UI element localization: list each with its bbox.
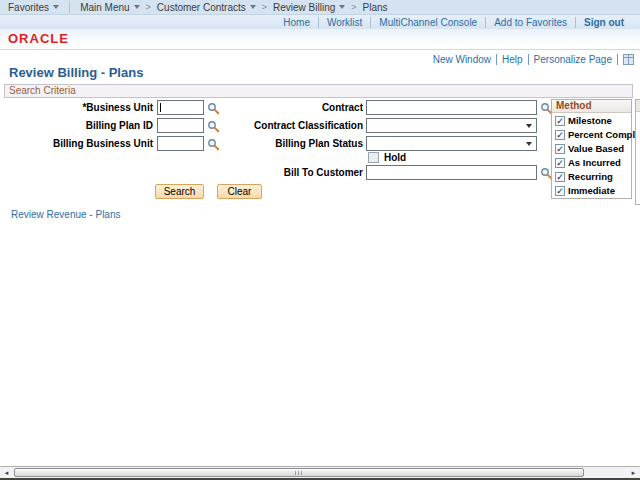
as-incurred-checkbox[interactable]: ✓ <box>555 158 565 168</box>
favorites-menu[interactable]: Favorites <box>8 2 59 13</box>
chevron-down-icon <box>53 5 59 9</box>
dropdown-arrow-icon <box>526 142 532 146</box>
immediate-label: Immediate <box>568 185 615 196</box>
scrollbar-grip-icon <box>295 471 303 475</box>
recurring-checkbox[interactable]: ✓ <box>555 172 565 182</box>
method-groupbox: Method ✓ Milestone ✓ Percent Complete ✓ … <box>551 99 632 199</box>
billing-plan-id-label: Billing Plan ID <box>0 120 153 131</box>
milestone-checkbox[interactable]: ✓ <box>555 116 565 126</box>
milestone-label: Milestone <box>568 115 612 126</box>
contract-label: Contract <box>210 102 363 113</box>
masthead: ORACLE <box>0 29 640 50</box>
divider <box>69 1 70 13</box>
breadcrumb-separator: > <box>146 2 151 12</box>
scroll-right-arrow-icon[interactable]: ► <box>628 468 639 478</box>
chevron-down-icon <box>134 5 140 9</box>
business-unit-label: *Business Unit <box>0 102 153 113</box>
horizontal-scrollbar[interactable]: ◄ ► <box>0 466 640 478</box>
chevron-down-icon <box>250 5 256 9</box>
sign-out-link[interactable]: Sign out <box>576 17 632 28</box>
method-item-immediate: ✓ Immediate <box>552 184 631 197</box>
favorites-label: Favorites <box>8 2 49 13</box>
bill-to-customer-label: Bill To Customer <box>210 167 363 178</box>
immediate-checkbox[interactable]: ✓ <box>555 186 565 196</box>
contract-classification-label: Contract Classification <box>210 120 363 131</box>
add-to-favorites-link[interactable]: Add to Favorites <box>486 17 576 28</box>
new-window-link[interactable]: New Window <box>428 54 497 65</box>
multichannel-console-link[interactable]: MultiChannel Console <box>371 17 486 28</box>
method-header: Method <box>552 100 631 113</box>
search-button[interactable]: Search <box>155 184 204 199</box>
dropdown-arrow-icon <box>526 124 532 128</box>
scrollbar-thumb[interactable] <box>14 468 584 477</box>
billing-plan-status-select[interactable] <box>366 136 537 151</box>
main-menu-label: Main Menu <box>80 2 129 13</box>
help-link[interactable]: Help <box>497 54 529 65</box>
review-revenue-plans-link[interactable]: Review Revenue - Plans <box>11 209 121 220</box>
clipped-groupbox <box>635 99 640 205</box>
breadcrumb-item-review-billing[interactable]: Review Billing <box>273 2 345 13</box>
personalize-page-link[interactable]: Personalize Page <box>529 54 618 65</box>
breadcrumb-separator: > <box>262 2 267 12</box>
method-item-milestone: ✓ Milestone <box>552 114 631 127</box>
contract-input[interactable] <box>366 100 537 115</box>
text-caret <box>160 103 161 112</box>
main-menu[interactable]: Main Menu <box>80 2 139 13</box>
breadcrumb-label: Plans <box>363 2 388 13</box>
method-item-value-based: ✓ Value Based <box>552 142 631 155</box>
breadcrumb: Favorites Main Menu > Customer Contracts… <box>0 0 640 15</box>
breadcrumb-item-customer-contracts[interactable]: Customer Contracts <box>157 2 256 13</box>
copy-url-grid-icon[interactable] <box>623 54 634 65</box>
value-based-checkbox[interactable]: ✓ <box>555 144 565 154</box>
method-item-percent-complete: ✓ Percent Complete <box>552 128 631 141</box>
billing-business-unit-label: Billing Business Unit <box>0 138 153 149</box>
clear-button[interactable]: Clear <box>217 184 262 199</box>
scroll-left-arrow-icon[interactable]: ◄ <box>1 468 12 478</box>
oracle-logo: ORACLE <box>8 31 69 46</box>
as-incurred-label: As Incurred <box>568 157 621 168</box>
page-title: Review Billing - Plans <box>9 65 143 80</box>
portal-links-bar: Home Worklist MultiChannel Console Add t… <box>0 15 640 29</box>
hold-label: Hold <box>384 152 406 163</box>
search-criteria-header: Search Criteria <box>4 84 633 98</box>
chevron-down-icon <box>339 5 345 9</box>
contract-classification-select[interactable] <box>366 118 537 133</box>
billing-plan-status-label: Billing Plan Status <box>210 138 363 149</box>
clipped-groupbox-header <box>636 100 640 112</box>
bill-to-customer-input[interactable] <box>366 165 537 180</box>
method-item-recurring: ✓ Recurring <box>552 170 631 183</box>
worklist-link[interactable]: Worklist <box>319 17 371 28</box>
value-based-label: Value Based <box>568 143 624 154</box>
home-link[interactable]: Home <box>275 17 319 28</box>
billing-plan-id-input[interactable] <box>157 118 204 133</box>
method-item-as-incurred: ✓ As Incurred <box>552 156 631 169</box>
percent-complete-checkbox[interactable]: ✓ <box>555 130 565 140</box>
billing-business-unit-input[interactable] <box>157 136 204 151</box>
hold-checkbox[interactable] <box>368 152 379 163</box>
business-unit-input[interactable] <box>157 100 204 115</box>
application-window: Favorites Main Menu > Customer Contracts… <box>0 0 640 480</box>
percent-complete-label: Percent Complete <box>568 129 640 140</box>
breadcrumb-item-plans[interactable]: Plans <box>363 2 388 13</box>
breadcrumb-separator: > <box>351 2 356 12</box>
recurring-label: Recurring <box>568 171 613 182</box>
breadcrumb-label: Customer Contracts <box>157 2 246 13</box>
breadcrumb-label: Review Billing <box>273 2 335 13</box>
